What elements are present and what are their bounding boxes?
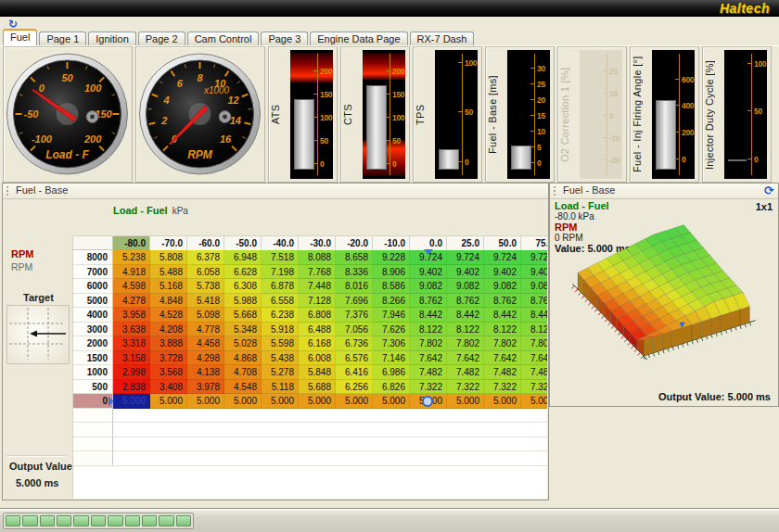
row-header[interactable]: 5000: [73, 294, 113, 309]
table-cell[interactable]: 5.278: [262, 365, 299, 380]
table-cell[interactable]: 6.416: [336, 365, 373, 380]
table-cell[interactable]: 7.642: [484, 351, 521, 366]
table-cell[interactable]: 4.848: [150, 294, 187, 309]
row-header[interactable]: 4000: [73, 308, 113, 323]
table-cell[interactable]: 3.728: [150, 351, 187, 366]
column-header[interactable]: -50.0: [224, 236, 262, 250]
table-cell[interactable]: 9.228: [373, 250, 410, 265]
table-cell[interactable]: 3.568: [150, 365, 187, 380]
table-cell[interactable]: 5.418: [187, 294, 224, 309]
table-cell[interactable]: 7.482: [521, 365, 547, 380]
table-cell[interactable]: 8.762: [410, 294, 447, 309]
table-cell[interactable]: 5.598: [262, 336, 299, 351]
row-header[interactable]: 1000: [73, 365, 113, 380]
table-cell[interactable]: 4.458: [187, 336, 224, 351]
table-cell[interactable]: 7.056: [336, 323, 373, 337]
drag-grip-icon[interactable]: [554, 186, 558, 196]
table-cell[interactable]: 8.122: [484, 323, 521, 337]
table-cell[interactable]: 7.642: [447, 351, 484, 366]
table-cell[interactable]: 5.000: [262, 394, 299, 409]
table-cell[interactable]: 6.948: [224, 250, 262, 265]
table-cell[interactable]: 9.082: [410, 279, 447, 294]
table-cell[interactable]: 7.696: [336, 294, 373, 309]
column-header[interactable]: 50.0: [484, 236, 521, 250]
row-header[interactable]: 0: [73, 394, 113, 409]
table-cell[interactable]: 5.000: [336, 394, 373, 409]
row-header[interactable]: 500: [73, 380, 113, 395]
table-cell[interactable]: 7.802: [447, 336, 484, 351]
table-cell[interactable]: 7.306: [373, 336, 410, 351]
table-cell[interactable]: 7.128: [299, 294, 336, 309]
surface-3d-plot[interactable]: [550, 219, 778, 390]
table-cell[interactable]: 4.868: [224, 351, 262, 366]
table-cell[interactable]: 5.168: [150, 279, 187, 294]
table-cell[interactable]: 7.802: [484, 336, 521, 351]
table-cell[interactable]: 8.906: [373, 265, 410, 280]
table-cell[interactable]: 5.738: [187, 279, 224, 294]
fuel-map-table[interactable]: -80.0-70.0-60.0-50.0-40.0-30.0-20.0-10.0…: [72, 235, 547, 499]
table-cell[interactable]: 7.802: [410, 336, 447, 351]
column-header[interactable]: 25.0: [447, 236, 484, 250]
table-cell[interactable]: 9.402: [447, 265, 484, 280]
refresh-3d-icon[interactable]: ⟳: [764, 184, 774, 197]
table-cell[interactable]: 2.998: [113, 365, 150, 380]
table-cell[interactable]: 8.122: [410, 323, 447, 337]
table-cell[interactable]: 7.448: [299, 279, 336, 294]
table-cell[interactable]: 5.808: [150, 250, 187, 265]
table-cell[interactable]: 5.438: [262, 351, 299, 366]
column-header[interactable]: -60.0: [187, 236, 224, 250]
table-cell[interactable]: 7.376: [336, 308, 373, 323]
column-header[interactable]: 75.0: [521, 236, 547, 250]
table-cell[interactable]: 5.668: [224, 308, 262, 323]
table-cell[interactable]: 9.402: [521, 265, 547, 280]
table-cell[interactable]: 9.082: [521, 279, 547, 294]
table-cell[interactable]: 8.122: [521, 323, 547, 337]
table-cell[interactable]: 6.256: [336, 380, 373, 395]
table-cell[interactable]: 5.000: [224, 394, 262, 409]
table-cell[interactable]: 3.638: [113, 323, 150, 337]
table-cell[interactable]: 7.642: [410, 351, 447, 366]
table-cell[interactable]: 6.878: [262, 279, 299, 294]
table-cell[interactable]: 4.278: [113, 294, 150, 309]
table-cell[interactable]: 9.724: [521, 250, 547, 265]
table-cell[interactable]: 5.918: [262, 323, 299, 337]
target-crosshair[interactable]: [6, 305, 70, 364]
table-cell[interactable]: 2.838: [113, 380, 150, 395]
table-cell[interactable]: 5.000: [187, 394, 224, 409]
table-cell[interactable]: 9.082: [484, 279, 521, 294]
drag-grip-icon[interactable]: [6, 186, 11, 196]
table-cell[interactable]: 8.442: [447, 308, 484, 323]
table-cell[interactable]: 7.802: [521, 336, 547, 351]
table-cell[interactable]: 9.082: [447, 279, 484, 294]
column-header[interactable]: -70.0: [150, 236, 187, 250]
table-cell[interactable]: 9.724: [484, 250, 521, 265]
column-header[interactable]: -20.0: [336, 236, 373, 250]
column-header[interactable]: -10.0: [373, 236, 410, 250]
table-cell[interactable]: 8.088: [299, 250, 336, 265]
table-cell[interactable]: 3.888: [150, 336, 187, 351]
table-cell[interactable]: 9.402: [484, 265, 521, 280]
table-cell[interactable]: 7.482: [484, 365, 521, 380]
table-cell[interactable]: 5.848: [299, 365, 336, 380]
tab-rx-7-dash[interactable]: RX-7 Dash: [410, 32, 475, 45]
table-cell[interactable]: 3.318: [113, 336, 150, 351]
table-cell[interactable]: 6.736: [336, 336, 373, 351]
table-cell[interactable]: 7.322: [484, 380, 521, 395]
row-header[interactable]: 3000: [73, 323, 113, 337]
table-cell[interactable]: 4.298: [187, 351, 224, 366]
table-cell[interactable]: 7.198: [262, 265, 299, 280]
table-cell[interactable]: 4.918: [113, 265, 150, 280]
table-cell[interactable]: 7.946: [373, 308, 410, 323]
table-cell[interactable]: 3.978: [187, 380, 224, 395]
tab-fuel[interactable]: Fuel: [3, 29, 37, 45]
table-cell[interactable]: 8.122: [447, 323, 484, 337]
table-cell[interactable]: 4.708: [224, 365, 262, 380]
table-cell[interactable]: 4.548: [224, 380, 262, 395]
table-cell[interactable]: 8.762: [484, 294, 521, 309]
table-cell[interactable]: 6.008: [299, 351, 336, 366]
table-cell[interactable]: 4.778: [187, 323, 224, 337]
table-cell[interactable]: 8.762: [447, 294, 484, 309]
panel-header[interactable]: Fuel - Base: [3, 184, 548, 199]
tab-page-1[interactable]: Page 1: [39, 32, 86, 45]
column-header[interactable]: -30.0: [299, 236, 336, 250]
